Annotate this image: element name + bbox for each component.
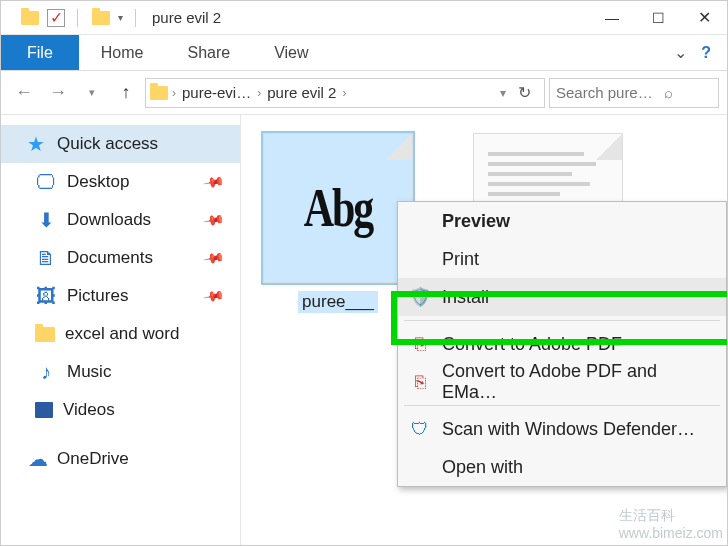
- search-box[interactable]: Search pure… ⌕: [549, 78, 719, 108]
- shield-icon: 🛡️: [408, 286, 432, 308]
- pin-icon: 📌: [202, 285, 225, 308]
- dog-ear-icon: [386, 134, 412, 160]
- file-tab[interactable]: File: [1, 35, 79, 70]
- sidebar-item-label: Quick access: [57, 134, 158, 154]
- ctx-convert-pdf-email[interactable]: ⎘ Convert to Adobe PDF and EMa…: [398, 363, 726, 401]
- search-placeholder: Search pure…: [556, 84, 653, 101]
- qat-dropdown-icon[interactable]: ▾: [118, 12, 123, 23]
- pin-icon: 📌: [202, 171, 225, 194]
- pdf-email-icon: ⎘: [408, 372, 432, 393]
- desktop-icon: 🖵: [35, 171, 57, 193]
- recent-dropdown-icon[interactable]: ▾: [77, 78, 107, 108]
- sidebar-item-videos[interactable]: Videos: [1, 391, 240, 429]
- sidebar-onedrive[interactable]: ☁ OneDrive: [1, 441, 240, 477]
- font-preview-text: Abg: [304, 177, 373, 239]
- separator: [404, 405, 720, 406]
- menu-label: Install: [442, 287, 489, 308]
- tab-share[interactable]: Share: [165, 35, 252, 70]
- chevron-right-icon[interactable]: ›: [257, 86, 261, 100]
- app-folder-icon: [19, 7, 41, 29]
- documents-icon: 🗎: [35, 247, 57, 269]
- ctx-scan-defender[interactable]: 🛡 Scan with Windows Defender…: [398, 410, 726, 448]
- forward-button[interactable]: →: [43, 78, 73, 108]
- menu-label: Convert to Adobe PDF: [442, 334, 622, 355]
- separator: [77, 9, 78, 27]
- sidebar-item-label: Desktop: [67, 172, 129, 192]
- maximize-button[interactable]: ☐: [635, 1, 681, 35]
- ctx-convert-pdf[interactable]: ⎘ Convert to Adobe PDF: [398, 325, 726, 363]
- sidebar-item-music[interactable]: ♪ Music: [1, 353, 240, 391]
- close-button[interactable]: ✕: [681, 1, 727, 35]
- menu-label: Print: [442, 249, 479, 270]
- sidebar-item-label: Music: [67, 362, 111, 382]
- star-icon: ★: [25, 133, 47, 155]
- sidebar-item-label: Videos: [63, 400, 115, 420]
- folder-icon: [35, 327, 55, 342]
- sidebar-item-label: Downloads: [67, 210, 151, 230]
- sidebar-item-label: OneDrive: [57, 449, 129, 469]
- chevron-right-icon[interactable]: ›: [342, 86, 346, 100]
- defender-icon: 🛡: [408, 419, 432, 440]
- ctx-preview[interactable]: Preview: [398, 202, 726, 240]
- chevron-right-icon[interactable]: ›: [172, 86, 176, 100]
- breadcrumb[interactable]: pure-evi…: [178, 84, 255, 101]
- ctx-open-with[interactable]: Open with: [398, 448, 726, 486]
- dog-ear-icon: [596, 134, 622, 160]
- music-icon: ♪: [35, 361, 57, 383]
- sidebar-item-documents[interactable]: 🗎 Documents 📌: [1, 239, 240, 277]
- sidebar-item-excel-word[interactable]: excel and word: [1, 315, 240, 353]
- onedrive-icon: ☁: [27, 448, 49, 470]
- downloads-icon: ⬇: [35, 209, 57, 231]
- ribbon: File Home Share View ⌄ ?: [1, 35, 727, 71]
- sidebar-item-pictures[interactable]: 🖼 Pictures 📌: [1, 277, 240, 315]
- up-button[interactable]: ↑: [111, 78, 141, 108]
- ribbon-expand-icon[interactable]: ⌄: [674, 43, 687, 62]
- videos-icon: [35, 402, 53, 418]
- ctx-print[interactable]: Print: [398, 240, 726, 278]
- watermark: 生活百科 www.bimeiz.com: [619, 507, 723, 541]
- breadcrumb[interactable]: pure evil 2: [263, 84, 340, 101]
- ctx-install[interactable]: 🛡️ Install: [398, 278, 726, 316]
- search-icon: ⌕: [659, 84, 679, 101]
- back-button[interactable]: ←: [9, 78, 39, 108]
- address-dropdown-icon[interactable]: ▾: [500, 86, 506, 100]
- sidebar-quick-access[interactable]: ★ Quick access: [1, 125, 240, 163]
- pin-icon: 📌: [202, 247, 225, 270]
- menu-label: Preview: [442, 211, 510, 232]
- address-bar[interactable]: › pure-evi… › pure evil 2 › ▾ ↻: [145, 78, 545, 108]
- pdf-icon: ⎘: [408, 334, 432, 355]
- file-label[interactable]: puree___: [298, 291, 378, 313]
- window-title: pure evil 2: [152, 9, 221, 26]
- folder-icon: [150, 86, 168, 100]
- file-thumbnail: Abg: [263, 133, 413, 283]
- properties-icon[interactable]: ✓: [47, 9, 65, 27]
- menu-label: Open with: [442, 457, 523, 478]
- tab-view[interactable]: View: [252, 35, 330, 70]
- menu-label: Scan with Windows Defender…: [442, 419, 695, 440]
- sidebar-item-label: Pictures: [67, 286, 128, 306]
- menu-label: Convert to Adobe PDF and EMa…: [442, 361, 712, 403]
- sidebar-item-label: excel and word: [65, 324, 179, 344]
- sidebar-item-label: Documents: [67, 248, 153, 268]
- sidebar: ︿ ★ Quick access 🖵 Desktop 📌 ⬇ Downloads…: [1, 115, 241, 546]
- help-icon[interactable]: ?: [701, 44, 711, 62]
- minimize-button[interactable]: —: [589, 1, 635, 35]
- sidebar-item-desktop[interactable]: 🖵 Desktop 📌: [1, 163, 240, 201]
- separator: [404, 320, 720, 321]
- pin-icon: 📌: [202, 209, 225, 232]
- navbar: ← → ▾ ↑ › pure-evi… › pure evil 2 › ▾ ↻ …: [1, 71, 727, 115]
- file-tile-font[interactable]: Abg puree___: [263, 133, 413, 546]
- folder-icon: [90, 7, 112, 29]
- pictures-icon: 🖼: [35, 285, 57, 307]
- refresh-button[interactable]: ↻: [508, 83, 540, 102]
- sidebar-item-downloads[interactable]: ⬇ Downloads 📌: [1, 201, 240, 239]
- tab-home[interactable]: Home: [79, 35, 166, 70]
- titlebar: ✓ ▾ pure evil 2 — ☐ ✕: [1, 1, 727, 35]
- separator: [135, 9, 136, 27]
- context-menu: Preview Print 🛡️ Install ⎘ Convert to Ad…: [397, 201, 727, 487]
